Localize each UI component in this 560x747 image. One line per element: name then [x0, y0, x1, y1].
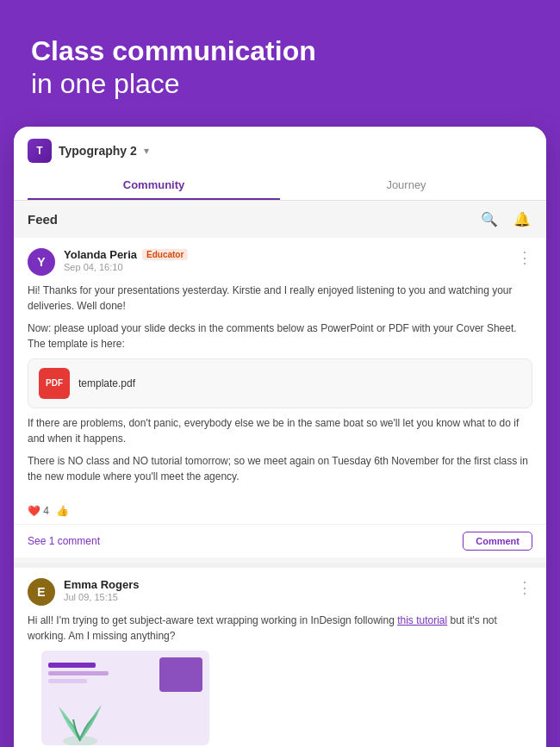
post1-author-name: Yolanda Peria	[64, 248, 137, 261]
img-bar-mid	[48, 671, 109, 675]
post2-author-name: Emma Rogers	[64, 578, 139, 591]
post-card-1: Y Yolanda Peria Educator Sep 04, 16:10 ⋮…	[14, 238, 546, 557]
search-button[interactable]: 🔍	[479, 209, 500, 229]
post1-see-comments[interactable]: See 1 comment	[28, 535, 100, 547]
post1-text2: Now: please upload your slide decks in t…	[28, 321, 532, 352]
post1-text4: There is NO class and NO tutorial tomorr…	[28, 453, 532, 484]
plant-decoration	[54, 689, 106, 745]
post1-educator-badge: Educator	[142, 249, 188, 260]
post2-text: Hi all! I'm trying to get subject-aware …	[28, 613, 532, 644]
post1-reaction-thumbs[interactable]: 👍	[56, 505, 69, 517]
post1-text3: If there are problems, don't panic, ever…	[28, 415, 532, 446]
tab-journey[interactable]: Journey	[280, 171, 532, 200]
post1-footer: See 1 comment Comment	[14, 524, 546, 557]
post1-more-icon[interactable]: ⋮	[517, 248, 532, 267]
page-title: Class communication in one place	[31, 34, 529, 101]
img-side-rect	[159, 657, 202, 692]
post2-image	[41, 651, 209, 745]
post1-author-info: Yolanda Peria Educator Sep 04, 16:10	[64, 248, 188, 272]
pdf-icon: PDF	[39, 368, 70, 399]
class-header: T Typography 2 ▾ Community Journey	[14, 127, 546, 201]
img-bar-top	[48, 663, 96, 668]
post1-header: Y Yolanda Peria Educator Sep 04, 16:10 ⋮	[14, 238, 546, 283]
post2-author-row: E Emma Rogers Jul 09, 15:15	[28, 578, 139, 606]
post2-body: Hi all! I'm trying to get subject-aware …	[14, 613, 546, 747]
post2-avatar: E	[28, 578, 55, 606]
post1-reactions: ❤️ 4 👍	[14, 500, 546, 524]
post1-body: Hi! Thanks for your presentations yester…	[14, 283, 546, 500]
post-card-2: E Emma Rogers Jul 09, 15:15 ⋮ Hi all! I'…	[14, 568, 546, 747]
post1-attachment[interactable]: PDF template.pdf	[28, 358, 532, 408]
post1-date: Sep 04, 16:10	[64, 262, 188, 272]
chevron-down-icon[interactable]: ▾	[144, 145, 149, 157]
volume-button[interactable]: 🔔	[512, 209, 532, 229]
post2-link[interactable]: this tutorial	[397, 614, 447, 626]
feed-label: Feed	[28, 212, 58, 227]
post1-comment-button[interactable]: Comment	[463, 532, 532, 551]
post2-more-icon[interactable]: ⋮	[517, 578, 532, 597]
post1-text1: Hi! Thanks for your presentations yester…	[28, 283, 532, 314]
feed-header: Feed 🔍 🔔	[14, 201, 546, 238]
post2-author-info: Emma Rogers Jul 09, 15:15	[64, 578, 139, 602]
tabs-row: Community Journey	[28, 171, 532, 200]
header-section: Class communication in one place	[0, 0, 560, 127]
post1-author-row: Y Yolanda Peria Educator Sep 04, 16:10	[28, 248, 188, 276]
attachment-name: template.pdf	[78, 377, 135, 389]
class-title-row: T Typography 2 ▾	[28, 139, 532, 163]
post1-reaction-heart[interactable]: ❤️ 4	[28, 505, 49, 517]
tab-community[interactable]: Community	[28, 171, 280, 200]
post2-date: Jul 09, 15:15	[64, 592, 139, 602]
class-name: Typography 2	[59, 144, 137, 158]
post2-header: E Emma Rogers Jul 09, 15:15 ⋮	[14, 568, 546, 613]
feed-actions: 🔍 🔔	[479, 209, 532, 229]
img-bar-btm	[48, 679, 87, 683]
app-card: T Typography 2 ▾ Community Journey Feed …	[14, 127, 546, 747]
class-avatar: T	[28, 139, 52, 163]
post1-avatar: Y	[28, 248, 55, 276]
